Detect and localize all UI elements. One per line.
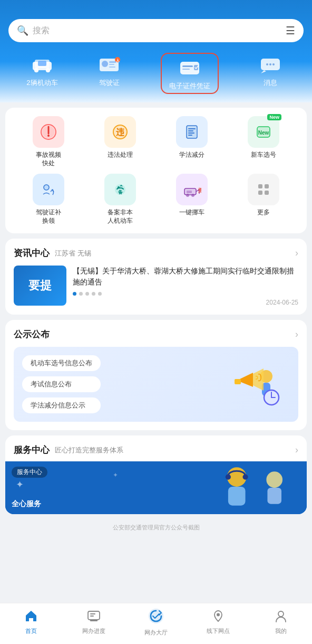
bottom-nav: 首页 网办进度 网办大厅 [0, 603, 312, 644]
ecert-icon [174, 56, 205, 80]
quick-actions-grid: 事故视频快处 违 违法处理 [14, 116, 298, 225]
svg-text:✦: ✦ [16, 479, 24, 490]
svg-rect-48 [258, 191, 262, 195]
news-card[interactable]: 要提 【无锡】关于华清大桥、蓉湖大桥大修施工期间实行临时交通限制措施的通告 20… [14, 266, 298, 306]
bottom-nav-mine[interactable]: 我的 [265, 609, 297, 635]
grid-item-tow[interactable]: 挪 一键挪车 [157, 174, 227, 225]
home-label: 首页 [25, 627, 37, 635]
svg-rect-14 [182, 69, 190, 70]
svg-rect-8 [109, 64, 114, 65]
service-center-subtitle: 匠心打造完整服务体系 [55, 446, 123, 455]
service-overlay-label: 服务中心 [12, 467, 47, 478]
top-nav: 2辆机动车 人 驾驶证 [8, 53, 304, 102]
svg-point-58 [242, 475, 248, 480]
grid-item-newcar[interactable]: New New 新车选号 [229, 116, 298, 167]
watermark: 公安部交通管理局官方公众号截图 [0, 519, 312, 574]
svg-rect-66 [90, 615, 94, 617]
info-center-header: 资讯中心 江苏省 无锡 › [14, 247, 298, 259]
dot-3 [85, 292, 89, 296]
svg-text:人: 人 [115, 59, 120, 63]
svg-rect-30 [188, 132, 194, 134]
bottom-nav-offline[interactable]: 线下网点 [202, 609, 234, 635]
service-sub-label: 全心服务 [12, 499, 41, 509]
service-preview[interactable]: ✦ ✦ 服务中心 全心服务 [5, 461, 307, 514]
svg-point-43 [186, 194, 189, 197]
tow-icon: 挪 [176, 174, 208, 205]
svg-point-35 [43, 184, 50, 191]
svg-point-17 [266, 63, 268, 65]
svg-point-18 [269, 63, 271, 65]
grid-item-study[interactable]: 学法减分 [157, 116, 227, 167]
dot-1 [73, 292, 76, 296]
public-notice-title: 公示公布 [14, 328, 50, 340]
news-dots [73, 292, 298, 296]
svg-rect-54 [5, 461, 307, 514]
svg-text:挪: 挪 [198, 187, 201, 193]
violation-icon: 违 [104, 116, 136, 148]
violation-label: 违法处理 [108, 151, 133, 159]
menu-icon[interactable]: ☰ [286, 24, 295, 37]
notice-link-3[interactable]: 学法减分信息公示 [22, 397, 101, 413]
svg-rect-56 [228, 487, 246, 506]
grid-item-more[interactable]: 更多 [229, 174, 298, 225]
info-center-card: 资讯中心 江苏省 无锡 › 要提 【无锡】关于华清大桥、蓉湖大桥大修施工期间实行… [5, 239, 307, 315]
accident-label: 事故视频快处 [36, 151, 61, 167]
notice-link-1[interactable]: 机动车选号信息公布 [22, 355, 101, 371]
home-icon [24, 609, 38, 626]
grid-item-register[interactable]: 备 备案非本人机动车 [85, 174, 155, 225]
grid-item-violation[interactable]: 违 违法处理 [85, 116, 155, 167]
svg-rect-65 [90, 613, 95, 614]
bottom-nav-progress[interactable]: 网办进度 [78, 609, 110, 635]
notice-links: 机动车选号信息公布 考试信息公布 学法减分信息公示 [22, 355, 101, 413]
news-date: 2024-06-25 [73, 299, 298, 306]
svg-rect-64 [90, 620, 97, 621]
public-notice-left: 公示公布 [14, 328, 50, 340]
dot-2 [79, 292, 83, 296]
svg-text:✦: ✦ [113, 471, 118, 479]
info-center-arrow[interactable]: › [295, 248, 298, 259]
svg-rect-4 [38, 61, 46, 66]
grid-item-license-renew[interactable]: 驾驶证补换领 [14, 174, 83, 225]
license-label: 驾驶证 [99, 78, 120, 88]
info-center-left: 资讯中心 江苏省 无锡 [14, 247, 91, 259]
svg-rect-47 [265, 184, 269, 188]
svg-text:New: New [258, 130, 269, 136]
svg-rect-9 [109, 67, 115, 68]
public-notice-arrow[interactable]: › [295, 329, 298, 340]
notice-illustration [221, 358, 290, 411]
nav-item-ecert[interactable]: 电子证件凭证 [161, 53, 219, 94]
mine-icon [274, 609, 288, 626]
svg-rect-15 [194, 65, 198, 70]
svg-point-44 [191, 194, 194, 197]
main-content: 事故视频快处 违 违法处理 [0, 108, 312, 574]
notice-banner: 机动车选号信息公布 考试信息公布 学法减分信息公示 [14, 347, 298, 422]
svg-rect-26 [187, 126, 197, 138]
svg-rect-46 [258, 184, 262, 188]
news-content: 【无锡】关于华清大桥、蓉湖大桥大修施工期间实行临时交通限制措施的通告 2024-… [73, 266, 298, 306]
info-center-location: 江苏省 无锡 [55, 249, 91, 258]
service-center-arrow[interactable]: › [295, 444, 298, 456]
svg-point-59 [266, 472, 282, 488]
svg-point-19 [272, 63, 275, 65]
nav-item-vehicles[interactable]: 2辆机动车 [26, 53, 57, 94]
offline-label: 线下网点 [207, 627, 230, 635]
svg-point-6 [102, 61, 108, 67]
search-input[interactable]: 搜索 [33, 25, 286, 36]
svg-text:备: 备 [118, 190, 123, 195]
grid-item-accident[interactable]: 事故视频快处 [14, 116, 83, 167]
notice-link-2[interactable]: 考试信息公布 [22, 376, 101, 392]
service-center-card: 服务中心 匠心打造完整服务体系 › ✦ ✦ [5, 435, 307, 514]
more-icon [248, 174, 279, 205]
bottom-nav-home[interactable]: 首页 [15, 609, 47, 635]
mine-label: 我的 [275, 627, 287, 635]
newcar-icon: New [248, 116, 279, 148]
search-bar[interactable]: 🔍 搜索 ☰ [8, 19, 304, 42]
nav-item-messages[interactable]: 消息 [255, 53, 286, 94]
study-icon [176, 116, 208, 148]
bottom-nav-hall[interactable]: 网办大厅 [140, 608, 172, 637]
license-renew-label: 驾驶证补换领 [36, 209, 61, 225]
nav-item-license[interactable]: 人 驾驶证 [94, 53, 124, 94]
svg-point-69 [278, 611, 284, 617]
accident-icon [33, 116, 64, 148]
service-center-header: 服务中心 匠心打造完整服务体系 › [5, 435, 307, 461]
